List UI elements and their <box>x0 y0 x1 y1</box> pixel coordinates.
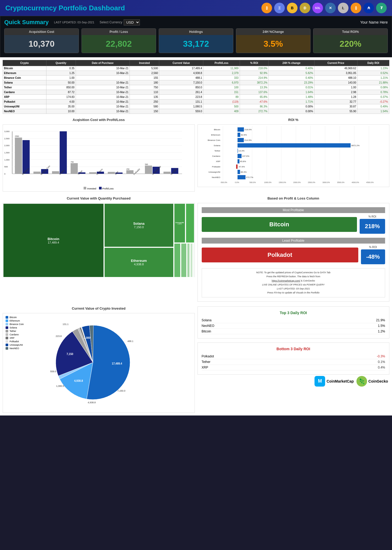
least-profitable-roi-value: -48% <box>361 249 385 264</box>
th-roi: % ROI <box>240 60 269 66</box>
acquisition-cost-card: Acquisition Cost 10,370 <box>4 28 79 53</box>
legend-solana: Solana <box>6 326 24 329</box>
table-row: UniswapUNI35.0010-Mar-215801,080.550086.… <box>3 104 389 109</box>
currency-selector[interactable]: Select Currency USDEURGBP <box>100 19 140 25</box>
btc2-header-icon: ₿ <box>351 3 361 13</box>
roi-chart-section: ROI % <box>197 118 390 192</box>
bar-chart-section: Acqisition Cost with Profit/Loss Investe… <box>3 118 195 192</box>
least-profitable-roi-col: % ROI -48% <box>361 246 385 264</box>
app-title: Cryptocurrency Portfolio Dashboard <box>5 4 125 12</box>
cardano-header-icon: ₳ <box>363 3 374 13</box>
roi-chart-title: ROI % <box>197 118 390 122</box>
least-profitable-row: Polkadot % ROI -48% <box>202 246 385 264</box>
top-roi-label: Bitcoin <box>202 330 211 333</box>
legend-polkadot-label: Polkadot <box>10 340 19 343</box>
legend-polkadot: Polkadot <box>6 340 24 343</box>
doge-header-icon: Ð <box>300 3 310 13</box>
legend-xrp: XRP <box>6 337 24 339</box>
top-roi-label: Solana <box>202 318 212 322</box>
currency-label: Select Currency <box>100 20 122 24</box>
top-roi-row: Bitcoin1.2% <box>202 329 385 334</box>
legend-binance: Binance Coin <box>6 323 24 326</box>
th-change-24h: 24H % change <box>269 60 314 66</box>
bitcoin-header-icon: ₿ <box>261 3 272 13</box>
total-roi-card: Total ROI% 220% <box>313 28 388 53</box>
table-row: Bitcoin0.3510-Mar-215,50017,489.411,9892… <box>3 66 389 71</box>
th-price: Current Price <box>314 60 357 66</box>
acquisition-cost-label: Acquisition Cost <box>5 29 79 35</box>
table-row: Cardano87.7210-Mar-21110261.4151137.6%1.… <box>3 90 389 95</box>
bar-chart-container: Invested Profit/Loss <box>3 124 195 192</box>
bar-chart-title: Acqisition Cost with Profit/Loss <box>3 118 195 122</box>
table-row: Polkadot4.0010-Mar-21250131.1(119)-47.6%… <box>3 99 389 104</box>
holdings-card: Holdings 33,172 <box>159 28 233 53</box>
least-profitable-name: Polkadot <box>202 248 358 262</box>
most-profitable-roi-col: % ROI 218% <box>360 215 385 234</box>
coingecko-label: CoinGecko <box>368 379 388 383</box>
profit-loss-section: Based on Profit & Loss Column Most Profi… <box>197 196 390 302</box>
most-profitable-roi-label: % ROI <box>368 215 376 218</box>
coinmarketcap-logo: M CoinMarketCap <box>315 376 354 387</box>
th-profit-loss: Profit/Loss <box>203 60 240 66</box>
most-profitable-row: Bitcoin % ROI 218% <box>202 215 385 234</box>
acquisition-cost-value: 10,370 <box>5 35 79 53</box>
legend-solana-label: Solana <box>10 326 17 329</box>
bar-chart-legend: Invested Profit/Loss <box>4 187 193 190</box>
least-profitable-label: Least Profitable <box>202 238 385 244</box>
most-profitable-label: Most Profitable <box>202 207 385 213</box>
legend-tether: Tether <box>6 330 24 332</box>
bottom-roi-rows: Polkadot-0.3%Tether0.1%XRP0.4% <box>202 354 385 370</box>
top-roi-value: 21.9% <box>376 318 385 322</box>
pie-canvas <box>27 316 175 409</box>
holdings-value: 33,172 <box>159 35 233 53</box>
legend-cardano: Cardano <box>6 333 24 336</box>
th-qty: Quantity <box>46 60 76 66</box>
quick-summary-section: Quick Summary LAST UPDATED: 03-Sep-2021 … <box>0 16 392 57</box>
table-row: Solana50.0010-Mar-211807,150.06,9703872.… <box>3 80 389 85</box>
table-row: Ethereum1.2510-Mar-212,5604,938.82,37992… <box>3 71 389 76</box>
treemap-cell: Solana7,150.0 <box>104 203 174 247</box>
bottom-roi-row: Tether0.1% <box>202 359 385 365</box>
binance-header-icon: B <box>287 3 298 13</box>
pl-section-title: Based on Profit & Loss Column <box>197 196 390 200</box>
roi-chart-container <box>197 124 390 187</box>
pie-chart-section: Current Value of Crypto Invested Bitcoin… <box>3 306 195 413</box>
treemap-cell <box>181 243 187 278</box>
top-roi-title: Top 3 Daily ROI <box>202 311 385 315</box>
total-roi-value: 220% <box>313 35 387 53</box>
bottom-roi-row: XRP0.4% <box>202 365 385 370</box>
treemap-cell <box>190 243 193 278</box>
top-roi-label: NeoNEO <box>202 324 214 328</box>
ripple-header-icon: ✕ <box>325 3 336 13</box>
roi-chart-canvas <box>199 126 385 184</box>
currency-select[interactable]: USDEURGBP <box>124 19 140 25</box>
coinmarketcap-icon: M <box>315 376 325 387</box>
th-daily-roi: Daily ROI <box>357 60 389 66</box>
th-current-val: Current Value <box>159 60 203 66</box>
legend-uniswap-label: UniswapUNI <box>10 344 23 346</box>
bottom-roi-title: Bottom 3 Daily ROI <box>202 347 385 351</box>
treemap-cell <box>174 243 181 278</box>
legend-uniswap: UniswapUNI <box>6 344 24 346</box>
coingecko-icon: 🦎 <box>356 376 367 387</box>
legend-binance-label: Binance Coin <box>10 323 24 326</box>
coinmarketcap-label: CoinMarketCap <box>326 379 354 383</box>
pie-svg-container <box>27 316 192 410</box>
charts-row-2: Current Value with Quantity Purchased Bi… <box>3 196 389 302</box>
litecoin-header-icon: Ł <box>338 3 348 13</box>
legend-cardano-label: Cardano <box>10 333 19 336</box>
legend-ethereum-label: Ethereum <box>10 319 20 322</box>
roi-summary-section: Top 3 Daily ROI Solana21.9%NeoNEO1.5%Bit… <box>197 306 390 413</box>
crypto-table: Crypto Quantity Date of Purchase Investe… <box>3 60 389 114</box>
legend-xrp-label: XRP <box>10 337 15 339</box>
legend-neo-label: NeoNEO <box>10 347 19 350</box>
main-content: Crypto Quantity Date of Purchase Investe… <box>0 57 392 415</box>
change-24h-label: 24H %Change <box>236 29 310 35</box>
top-roi-value: 1.5% <box>378 324 385 328</box>
table-row: Binance Coin1.00155488.1333214.9%0.40%48… <box>3 76 389 80</box>
solana-header-icon: SOL <box>312 3 323 13</box>
treemap-cell <box>186 203 195 243</box>
bottom-roi-value: 0.1% <box>378 360 385 364</box>
bottom-roi-label: XRP <box>202 366 208 369</box>
note-text: NOTE: To get the updated prices of Crypt… <box>256 271 330 294</box>
